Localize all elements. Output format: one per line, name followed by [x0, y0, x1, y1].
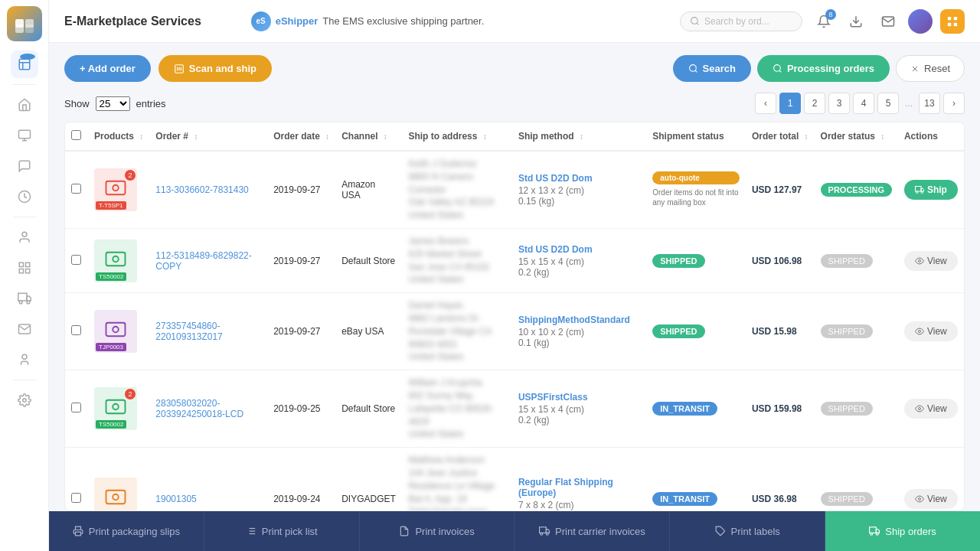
- download-button[interactable]: [844, 9, 868, 34]
- auto-quote-badge: auto-quote: [652, 171, 740, 184]
- print-invoices-button[interactable]: Print invoices: [360, 511, 515, 551]
- col-order-total[interactable]: Order total ↕: [746, 122, 815, 151]
- entries-select[interactable]: 2550100: [96, 96, 130, 111]
- sidebar-item-settings[interactable]: [11, 386, 38, 414]
- page-1-button[interactable]: 1: [779, 93, 801, 114]
- ship-method: ShippingMethodStandard 10 x 10 x 2 (cm)0…: [518, 315, 640, 348]
- global-search[interactable]: Search by ord...: [680, 11, 802, 31]
- order-number[interactable]: 113-3036602-7831430: [155, 184, 248, 195]
- divider-2: [13, 217, 36, 217]
- add-order-button[interactable]: + Add order: [64, 55, 151, 82]
- view-action-icon: [915, 404, 924, 413]
- svg-marker-76: [877, 530, 880, 533]
- product-image: TS50002 2: [94, 387, 137, 430]
- svg-point-52: [113, 404, 119, 410]
- sidebar-item-orders[interactable]: [11, 51, 38, 78]
- row-checkbox[interactable]: [71, 184, 81, 194]
- col-products[interactable]: Products ↕: [88, 122, 149, 151]
- ship-button[interactable]: Ship: [904, 180, 958, 200]
- print-packaging-slips-button[interactable]: Print packaging slips: [49, 511, 204, 551]
- col-shipment-status[interactable]: Shipment status: [646, 122, 746, 151]
- svg-rect-12: [19, 262, 23, 266]
- col-ship-address[interactable]: Ship to address ↕: [402, 122, 511, 151]
- order-date: 2019-09-24: [267, 448, 335, 511]
- order-number[interactable]: 19001305: [155, 494, 196, 504]
- order-total: USD 159.98: [746, 370, 815, 448]
- sidebar-item-shipping[interactable]: [11, 285, 38, 312]
- reset-button[interactable]: Reset: [896, 55, 965, 82]
- row-checkbox[interactable]: [71, 493, 81, 503]
- mail-button[interactable]: [876, 9, 900, 34]
- view-button[interactable]: View: [904, 251, 958, 271]
- notif-count: 8: [825, 9, 836, 20]
- page-4-button[interactable]: 4: [853, 93, 874, 114]
- sidebar-item-mail[interactable]: [11, 315, 38, 343]
- print-labels-button[interactable]: Print labels: [670, 511, 825, 551]
- sidebar-item-history[interactable]: [11, 183, 38, 210]
- col-order-date[interactable]: Order date ↕: [267, 122, 335, 151]
- select-all-header[interactable]: [65, 122, 88, 151]
- svg-point-44: [921, 191, 923, 194]
- page-prev-button[interactable]: ‹: [755, 93, 776, 114]
- row-checkbox[interactable]: [71, 325, 81, 335]
- user-avatar[interactable]: [908, 9, 933, 34]
- page-2-button[interactable]: 2: [804, 93, 825, 114]
- svg-point-18: [19, 301, 22, 304]
- order-number[interactable]: 112-5318489-6829822-COPY: [155, 250, 251, 272]
- print-carrier-invoices-button[interactable]: Print carrier invoices: [514, 511, 670, 551]
- col-order-status[interactable]: Order status ↕: [815, 122, 898, 151]
- auto-quote-note: Order items do not fit into any mailing …: [652, 187, 740, 207]
- col-order-num[interactable]: Order # ↕: [149, 122, 267, 151]
- product-tag: TS50002: [96, 272, 126, 281]
- order-number[interactable]: 283058032020-2033924250018-LCD: [155, 398, 243, 419]
- row-checkbox[interactable]: [71, 403, 81, 412]
- close-icon: [910, 64, 920, 73]
- in-transit-badge: IN_TRANSIT: [652, 492, 717, 506]
- sidebar-item-users[interactable]: [11, 223, 38, 251]
- grid-menu-button[interactable]: [940, 9, 965, 34]
- search-label: Search: [703, 63, 736, 74]
- orders-table-wrapper: Products ↕ Order # ↕ Order date ↕ Channe…: [64, 122, 965, 511]
- print-pick-list-button[interactable]: Print pick list: [204, 511, 360, 551]
- view-button[interactable]: View: [904, 321, 958, 341]
- orders-table: Products ↕ Order # ↕ Order date ↕ Channe…: [65, 122, 964, 511]
- shipment-status-cell: auto-quote Order items do not fit into a…: [652, 171, 740, 207]
- product-tag: TJP0003: [96, 343, 126, 351]
- select-all-checkbox[interactable]: [71, 130, 81, 140]
- processing-orders-button[interactable]: Processing orders: [757, 55, 890, 82]
- search-filter-button[interactable]: Search: [673, 55, 751, 82]
- order-number[interactable]: 273357454860-220109313Z017: [155, 321, 222, 342]
- ship-address: William J Krupcha802 Sunny WayLafayette …: [408, 377, 505, 441]
- sidebar-item-account[interactable]: [11, 346, 38, 373]
- col-ship-method[interactable]: Ship method ↕: [512, 122, 646, 151]
- page-5-button[interactable]: 5: [877, 93, 899, 114]
- sidebar-item-store[interactable]: [11, 91, 38, 119]
- show-entries-row: Show 2550100 entries ‹ 1 2 3 4 5 ... 13 …: [64, 93, 965, 114]
- notifications-button[interactable]: 8: [812, 9, 836, 34]
- view-button[interactable]: View: [904, 489, 958, 509]
- product-icon: [104, 249, 127, 272]
- page-13-button[interactable]: 13: [919, 93, 940, 114]
- view-action-icon: [915, 494, 924, 504]
- sidebar-item-chat[interactable]: [11, 152, 38, 180]
- svg-point-43: [916, 191, 918, 194]
- page-next-button[interactable]: ›: [943, 93, 965, 114]
- col-channel[interactable]: Channel ↕: [335, 122, 402, 151]
- svg-point-21: [22, 399, 26, 403]
- page-title: E-Marketplace Services: [64, 15, 242, 28]
- svg-line-23: [697, 23, 698, 24]
- order-status-shipped: SHIPPED: [821, 492, 873, 506]
- ship-orders-button[interactable]: Ship orders: [825, 511, 980, 551]
- page-3-button[interactable]: 3: [828, 93, 850, 114]
- sidebar-item-products[interactable]: [11, 122, 38, 149]
- row-checkbox[interactable]: [71, 255, 81, 265]
- order-date: 2019-09-27: [267, 228, 335, 292]
- eshipper-tagline: The EMS exclusive shipping partner.: [322, 15, 484, 27]
- channel: Amazon USA: [335, 151, 402, 228]
- view-button[interactable]: View: [904, 399, 958, 419]
- processing-orders-label: Processing orders: [787, 63, 874, 74]
- scan-ship-button[interactable]: Scan and ship: [158, 55, 272, 82]
- svg-rect-2: [15, 24, 24, 33]
- sidebar-item-grid[interactable]: [11, 254, 38, 282]
- svg-marker-71: [546, 530, 549, 533]
